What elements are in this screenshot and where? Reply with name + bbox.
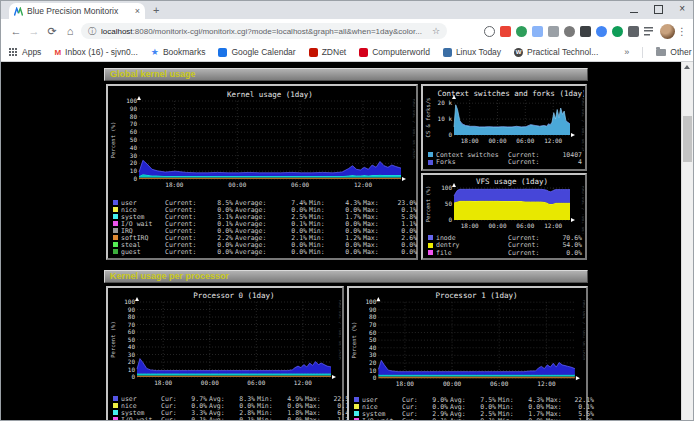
- svg-text:50: 50: [130, 136, 138, 143]
- green-globe-extension-icon[interactable]: [516, 26, 527, 37]
- legend-color-swatch: [428, 152, 433, 157]
- bookmark-inbox-16-sjvn0[interactable]: MInbox (16) - sjvn0...: [54, 47, 137, 57]
- other-bookmarks-label: Other bookmarks: [670, 47, 694, 57]
- legend-color-swatch: [113, 228, 118, 233]
- bookmark-zdnet[interactable]: ZDNet: [309, 47, 347, 57]
- legend-color-swatch: [354, 397, 359, 402]
- search-extension-icon[interactable]: [484, 26, 495, 37]
- bookmarks-divider: [642, 47, 643, 58]
- svg-text:70: 70: [369, 321, 377, 328]
- svg-text:30: 30: [369, 351, 377, 358]
- pages-extension-icon[interactable]: [532, 26, 543, 37]
- url-host: localhost: [101, 27, 133, 36]
- bookmark-apps[interactable]: Apps: [9, 47, 41, 57]
- scrollbar-up-icon[interactable]: [684, 65, 690, 69]
- scrollbar-thumb[interactable]: [683, 116, 692, 162]
- svg-text:60: 60: [369, 329, 377, 336]
- vfs-usage-graph[interactable]: 05010018:0000:0006:0012:00VFS usage (1da…: [424, 176, 584, 234]
- processor-1-graph[interactable]: 010203040506070809010018:0000:0006:0012:…: [350, 289, 585, 396]
- section-title: Kernel usage per processor: [110, 271, 229, 281]
- processor-0-graph[interactable]: 010203040506070809010018:0000:0006:0012:…: [109, 289, 341, 395]
- reload-icon[interactable]: ⟳: [43, 25, 61, 38]
- minimize-icon[interactable]: [630, 12, 638, 13]
- browser-tab[interactable]: Blue Precision Monitorix ×: [9, 3, 145, 19]
- star-icon: ★: [151, 48, 159, 57]
- legend-series-name: I/O wait: [121, 416, 161, 421]
- legend-stat-value: 0.1%: [472, 417, 498, 420]
- browser-menu-icon[interactable]: ⋮: [677, 26, 687, 37]
- context-switches-legend: Context switchesCurrent:10407ForksCurren…: [424, 151, 584, 166]
- site-info-icon[interactable]: ⓘ: [88, 26, 96, 37]
- address-bar[interactable]: ⓘ localhost:8080/monitorix-cgi/monitorix…: [81, 23, 447, 39]
- page-scrollbar[interactable]: [681, 62, 693, 420]
- playlist-extension-icon[interactable]: [644, 26, 655, 37]
- gray-square-extension-icon[interactable]: [548, 26, 559, 37]
- tab-title: Blue Precision Monitorix: [27, 6, 132, 16]
- svg-text:Percent (%): Percent (%): [425, 186, 431, 222]
- legend-series-name: guest: [121, 248, 165, 256]
- processor-1-panel[interactable]: 010203040506070809010018:0000:0006:0012:…: [347, 286, 588, 420]
- maximize-icon[interactable]: [654, 5, 663, 14]
- legend-stat-label: Avg:: [209, 416, 231, 421]
- svg-text:00:00: 00:00: [488, 222, 506, 229]
- gmail-extension-icon[interactable]: [500, 26, 511, 37]
- svg-text:10: 10: [369, 367, 377, 374]
- back-icon[interactable]: ←: [7, 25, 25, 37]
- other-bookmarks-button[interactable]: Other bookmarks: [656, 47, 694, 57]
- svg-text:00:00: 00:00: [201, 379, 219, 386]
- bookmark-linux-today[interactable]: Linux Today: [443, 47, 501, 57]
- svg-text:50: 50: [128, 336, 136, 343]
- legend-row-forks: ForksCurrent:4: [426, 159, 584, 167]
- vfs-usage-panel[interactable]: 05010018:0000:0006:0012:00VFS usage (1da…: [421, 173, 587, 260]
- svg-text:00:00: 00:00: [228, 181, 246, 188]
- forward-icon[interactable]: →: [25, 25, 43, 37]
- bookmark-star-icon[interactable]: ☆: [432, 26, 440, 36]
- browser-toolbar: ← → ⟳ ⌂ ⓘ localhost:8080/monitorix-cgi/m…: [1, 19, 693, 43]
- context-switches-graph[interactable]: 010 k20 k18:0000:0006:0012:00Context swi…: [424, 87, 584, 151]
- svg-text:RRDTOOL / TOBI OETIKER: RRDTOOL / TOBI OETIKER: [582, 300, 585, 360]
- kernel-usage-graph[interactable]: 010203040506070809010018:0000:0006:0012:…: [109, 87, 415, 199]
- green-dot-extension-icon[interactable]: [612, 26, 623, 37]
- new-tab-button[interactable]: +: [153, 3, 159, 17]
- svg-text:12:00: 12:00: [544, 222, 562, 229]
- svg-text:12:00: 12:00: [537, 380, 556, 387]
- legend-stat-value: 0.0%: [387, 248, 419, 256]
- legend-color-swatch: [354, 418, 359, 420]
- svg-text:Percent (%): Percent (%): [351, 322, 357, 359]
- legend-color-swatch: [428, 160, 433, 165]
- legend-stat-label: Max:: [305, 416, 327, 421]
- home-icon[interactable]: ⌂: [61, 25, 79, 37]
- section-header-kernel-usage-per-processor: Kernel usage per processor: [104, 270, 588, 283]
- svg-text:100: 100: [126, 97, 137, 104]
- section-title: Global kernel usage: [110, 69, 196, 79]
- legend-stat-value: 4: [548, 158, 584, 166]
- bookmark-practical-technol[interactable]: WPractical Technol...: [514, 47, 598, 57]
- legend-stat-value: 0.1%: [183, 416, 209, 421]
- svg-text:90: 90: [128, 306, 136, 313]
- svg-text:VFS usage (1day): VFS usage (1day): [476, 177, 548, 186]
- svg-text:30: 30: [130, 152, 138, 159]
- bookmark-bookmarks[interactable]: ★Bookmarks: [151, 47, 206, 57]
- eye-extension-icon[interactable]: [564, 26, 575, 37]
- processor-0-panel[interactable]: 010203040506070809010018:0000:0006:0012:…: [106, 286, 344, 420]
- dark-square-extension-icon[interactable]: [580, 26, 591, 37]
- svg-text:00:00: 00:00: [443, 380, 462, 387]
- svg-text:RRDTOOL / TOBI OETIKER: RRDTOOL / TOBI OETIKER: [338, 300, 341, 360]
- profile-avatar[interactable]: [660, 24, 675, 39]
- context-switches-panel[interactable]: 010 k20 k18:0000:0006:0012:00Context swi…: [421, 84, 587, 171]
- legend-stat-label: Min:: [257, 416, 279, 421]
- legend-color-swatch: [113, 221, 118, 226]
- window-close-icon[interactable]: ×: [679, 2, 685, 16]
- blue-dot-extension-icon[interactable]: [596, 26, 607, 37]
- legend-stat-label: Avg:: [450, 417, 472, 420]
- svg-text:18:00: 18:00: [165, 181, 183, 188]
- bookmark-google-calendar[interactable]: Google Calendar: [218, 47, 295, 57]
- svg-text:50: 50: [369, 336, 377, 343]
- puzzle-extension-icon[interactable]: [628, 26, 639, 37]
- bookmark-computerworld[interactable]: Computerworld: [359, 47, 430, 57]
- kernel-usage-panel[interactable]: 010203040506070809010018:0000:0006:0012:…: [106, 84, 418, 260]
- monitorix-favicon-icon: [14, 7, 23, 16]
- svg-text:Percent (%): Percent (%): [110, 321, 116, 357]
- bookmarks-overflow-icon[interactable]: »: [624, 47, 629, 57]
- tab-close-icon[interactable]: ×: [135, 6, 140, 16]
